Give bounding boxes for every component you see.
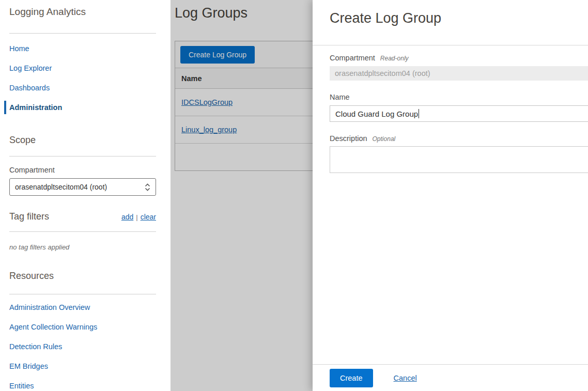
- sidebar-item-home[interactable]: Home: [9, 39, 156, 58]
- sidebar-item-administration[interactable]: Administration: [9, 98, 156, 117]
- panel-description-label: Description: [330, 134, 367, 143]
- tag-filters-clear-link[interactable]: clear: [141, 213, 156, 221]
- sidebar-title: Logging Analytics: [9, 6, 156, 18]
- resources-list: Administration Overview Agent Collection…: [9, 298, 156, 391]
- scope-heading: Scope: [9, 135, 156, 146]
- sidebar-item-dashboards[interactable]: Dashboards: [9, 78, 156, 98]
- panel-body: Compartment Read-only orasenatdpltsecito…: [313, 45, 588, 173]
- sidebar-item-agent-collection-warnings[interactable]: Agent Collection Warnings: [9, 317, 156, 337]
- tag-filters-separator: |: [136, 213, 137, 221]
- panel-description-optional-hint: Optional: [373, 135, 396, 143]
- create-button[interactable]: Create: [330, 369, 373, 387]
- panel-name-label: Name: [330, 93, 350, 101]
- sidebar-nav: Home Log Explorer Dashboards Administrat…: [9, 39, 156, 117]
- panel-compartment-label: Compartment: [330, 54, 375, 62]
- panel-name-value: Cloud Guard Log Group: [335, 110, 418, 118]
- resources-heading: Resources: [9, 271, 156, 281]
- divider: [9, 231, 156, 232]
- sidebar-item-entities[interactable]: Entities: [9, 376, 156, 391]
- compartment-select[interactable]: orasenatdpltsecitom04 (root): [9, 178, 156, 196]
- cancel-link[interactable]: Cancel: [394, 374, 417, 382]
- panel-compartment-field: orasenatdpltsecitom04 (root): [330, 66, 588, 81]
- select-chevrons-icon: [145, 183, 150, 192]
- compartment-label: Compartment: [9, 166, 156, 174]
- divider: [9, 156, 156, 157]
- sidebar-item-log-explorer[interactable]: Log Explorer: [9, 58, 156, 78]
- panel-description-input[interactable]: [330, 146, 588, 173]
- sidebar-item-em-bridges[interactable]: EM Bridges: [9, 356, 156, 376]
- divider: [9, 294, 156, 294]
- panel-title: Create Log Group: [330, 10, 588, 26]
- sidebar-item-detection-rules[interactable]: Detection Rules: [9, 337, 156, 356]
- no-tag-filters-text: no tag filters applied: [9, 243, 156, 251]
- panel-footer: Create Cancel: [313, 364, 588, 391]
- sidebar: Logging Analytics Home Log Explorer Dash…: [0, 0, 171, 391]
- create-log-group-panel: Create Log Group Compartment Read-only o…: [313, 0, 588, 391]
- divider: [9, 33, 156, 34]
- tag-filters-add-link[interactable]: add: [121, 213, 133, 221]
- compartment-select-value: orasenatdpltsecitom04 (root): [15, 183, 107, 191]
- panel-compartment-readonly-hint: Read-only: [380, 55, 409, 62]
- panel-compartment-value: orasenatdpltsecitom04 (root): [335, 69, 430, 77]
- sidebar-item-administration-overview[interactable]: Administration Overview: [9, 298, 156, 317]
- tag-filters-row: Tag filters add|clear: [9, 211, 156, 222]
- tag-filters-heading: Tag filters: [9, 211, 49, 222]
- text-cursor: [419, 109, 419, 118]
- panel-name-input[interactable]: Cloud Guard Log Group: [330, 105, 588, 122]
